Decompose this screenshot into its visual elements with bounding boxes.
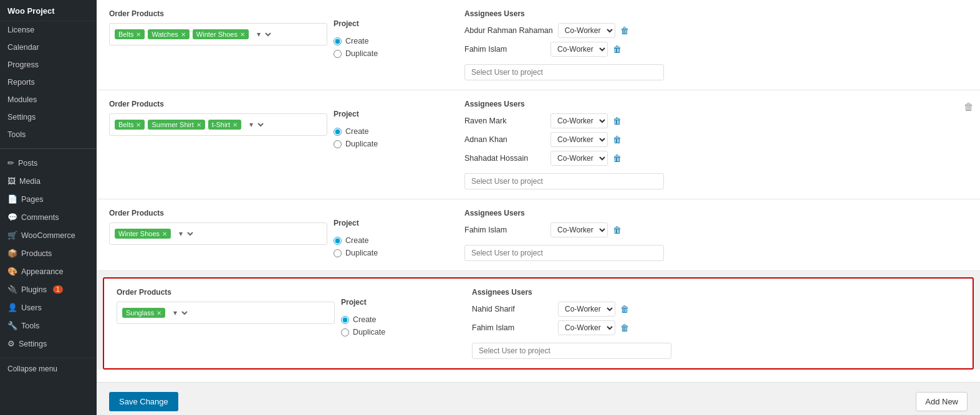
sidebar-item-appearance[interactable]: 🎨 Appearance bbox=[0, 262, 97, 280]
tag-remove-wintershoes-1[interactable]: ✕ bbox=[240, 31, 245, 38]
row4-wrapper: Order Products Sunglass ✕ ▾ Project Crea… bbox=[97, 271, 980, 370]
tag-container-4: Sunglass ✕ ▾ bbox=[117, 302, 335, 324]
save-change-button[interactable]: Save Change bbox=[109, 392, 178, 411]
assignee-role-select-1-2[interactable]: Co-Worker bbox=[550, 42, 608, 57]
sidebar-item-tools[interactable]: 🔧 Tools bbox=[0, 317, 97, 335]
project-duplicate-radio-3[interactable]: Duplicate bbox=[334, 249, 458, 257]
create-radio-input-2[interactable] bbox=[334, 128, 342, 136]
delete-assignee-icon-4-2[interactable]: 🗑 bbox=[620, 323, 629, 333]
project-create-radio-2[interactable]: Create bbox=[334, 127, 458, 136]
select-user-input-3[interactable] bbox=[464, 245, 664, 261]
delete-assignee-icon-2-2[interactable]: 🗑 bbox=[613, 135, 622, 145]
tag-remove-tshirt-2[interactable]: ✕ bbox=[233, 122, 238, 128]
duplicate-radio-input-4[interactable] bbox=[341, 328, 349, 336]
collapse-menu[interactable]: Collapse menu bbox=[0, 358, 97, 379]
select-user-input-4[interactable] bbox=[472, 343, 671, 359]
assignee-role-select-4-2[interactable]: Co-Worker bbox=[558, 320, 615, 335]
assignee-name-4-1: Nahid Sharif bbox=[472, 305, 553, 313]
order-row-1: Order Products Belts ✕ Watches ✕ Winter … bbox=[97, 0, 980, 90]
tag-dropdown-1[interactable]: ▾ bbox=[252, 29, 273, 39]
project-col-1: Project Create Duplicate bbox=[334, 9, 458, 58]
tag-label: Winter Shoes bbox=[118, 230, 160, 237]
assignee-name-2-2: Adnan Khan bbox=[464, 135, 545, 144]
sidebar-item-settings-woo[interactable]: Settings bbox=[0, 108, 97, 126]
tag-container-2: Belts ✕ Summer Shirt ✕ t-Shirt ✕ ▾ bbox=[109, 113, 327, 136]
duplicate-label-1: Duplicate bbox=[345, 49, 378, 58]
duplicate-label-2: Duplicate bbox=[345, 140, 378, 148]
tools-icon: 🔧 bbox=[7, 321, 17, 330]
sidebar-item-users[interactable]: 👤 Users bbox=[0, 298, 97, 317]
project-create-radio-4[interactable]: Create bbox=[341, 315, 466, 324]
tag-label: Belts bbox=[118, 31, 133, 38]
delete-assignee-icon-1-2[interactable]: 🗑 bbox=[613, 44, 622, 54]
delete-assignee-icon-4-1[interactable]: 🗑 bbox=[620, 304, 629, 314]
tag-remove-wintershoes-3[interactable]: ✕ bbox=[162, 231, 167, 237]
delete-assignee-icon-1-1[interactable]: 🗑 bbox=[620, 26, 629, 36]
project-create-radio-3[interactable]: Create bbox=[334, 236, 458, 245]
tag-remove-belts-1[interactable]: ✕ bbox=[136, 31, 141, 38]
sidebar-item-tools-woo[interactable]: Tools bbox=[0, 126, 97, 143]
assignee-role-select-4-1[interactable]: Co-Worker bbox=[558, 302, 615, 317]
products-icon: 📦 bbox=[7, 249, 17, 258]
sidebar-item-label: Products bbox=[21, 249, 52, 258]
delete-assignee-icon-2-3[interactable]: 🗑 bbox=[613, 153, 622, 163]
assignee-name-1-2: Fahim Islam bbox=[464, 45, 545, 54]
sidebar-item-progress[interactable]: Progress bbox=[0, 56, 97, 74]
assignee-role-select-2-3[interactable]: Co-Worker bbox=[550, 151, 608, 166]
sidebar-item-pages[interactable]: 📄 Pages bbox=[0, 190, 97, 208]
sidebar-item-calendar[interactable]: Calendar bbox=[0, 39, 97, 56]
tag-remove-belts-2[interactable]: ✕ bbox=[136, 122, 141, 128]
sidebar-item-label: Modules bbox=[7, 95, 37, 104]
project-create-radio-1[interactable]: Create bbox=[334, 37, 458, 45]
sidebar-item-license[interactable]: License bbox=[0, 21, 97, 39]
select-user-input-2[interactable] bbox=[464, 173, 664, 189]
duplicate-radio-input-3[interactable] bbox=[334, 249, 342, 257]
project-duplicate-radio-2[interactable]: Duplicate bbox=[334, 140, 458, 148]
sidebar-item-plugins[interactable]: 🔌 Plugins 1 bbox=[0, 280, 97, 298]
sidebar-item-media[interactable]: 🖼 Media bbox=[0, 172, 97, 190]
sidebar-top-items: License Calendar Progress Reports Module… bbox=[0, 21, 97, 143]
tag-remove-watches-1[interactable]: ✕ bbox=[181, 31, 186, 38]
order-products-col-1: Order Products Belts ✕ Watches ✕ Winter … bbox=[109, 9, 327, 45]
create-radio-input-3[interactable] bbox=[334, 237, 342, 245]
project-duplicate-radio-4[interactable]: Duplicate bbox=[341, 328, 466, 336]
assignee-row-3-1: Fahim Islam Co-Worker 🗑 bbox=[464, 222, 936, 237]
tag-dropdown-3[interactable]: ▾ bbox=[174, 229, 195, 239]
select-user-input-1[interactable] bbox=[464, 64, 664, 80]
sidebar-item-settings[interactable]: ⚙ Settings bbox=[0, 335, 97, 353]
project-duplicate-radio-1[interactable]: Duplicate bbox=[334, 49, 458, 58]
sidebar-item-modules[interactable]: Modules bbox=[0, 91, 97, 108]
assignee-role-select-2-1[interactable]: Co-Worker bbox=[550, 113, 608, 128]
tag-remove-summershirt-2[interactable]: ✕ bbox=[196, 122, 201, 128]
sidebar-item-posts[interactable]: ✏ Posts bbox=[0, 154, 97, 172]
delete-row-icon-2[interactable]: 🗑 bbox=[964, 102, 974, 113]
tag-label: Watches bbox=[151, 31, 178, 38]
assignees-label-4: Assignees Users bbox=[472, 288, 929, 297]
sidebar-item-woocommerce[interactable]: 🛒 WooCommerce bbox=[0, 226, 97, 244]
tag-belts-2: Belts ✕ bbox=[115, 120, 145, 130]
sidebar-item-label: Settings bbox=[7, 113, 36, 122]
create-label-3: Create bbox=[345, 236, 369, 245]
assignee-role-select-1-1[interactable]: Co-Worker bbox=[558, 23, 615, 38]
sidebar-item-label: Pages bbox=[21, 195, 43, 204]
create-radio-input-1[interactable] bbox=[334, 37, 342, 45]
delete-assignee-icon-3-1[interactable]: 🗑 bbox=[613, 225, 622, 235]
sidebar-item-comments[interactable]: 💬 Comments bbox=[0, 208, 97, 226]
sidebar-item-label: Posts bbox=[18, 159, 37, 168]
tag-dropdown-4[interactable]: ▾ bbox=[168, 308, 190, 318]
create-radio-input-4[interactable] bbox=[341, 316, 349, 324]
assignee-role-select-2-2[interactable]: Co-Worker bbox=[550, 132, 608, 147]
duplicate-radio-input-1[interactable] bbox=[334, 50, 342, 58]
sidebar-item-reports[interactable]: Reports bbox=[0, 74, 97, 91]
tag-remove-sunglass-4[interactable]: ✕ bbox=[156, 310, 161, 317]
assignee-row-2-1: Raven Mark Co-Worker 🗑 bbox=[464, 113, 936, 128]
create-label-1: Create bbox=[345, 37, 369, 45]
delete-assignee-icon-2-1[interactable]: 🗑 bbox=[613, 116, 622, 126]
sidebar-item-products[interactable]: 📦 Products bbox=[0, 244, 97, 262]
tag-dropdown-2[interactable]: ▾ bbox=[244, 120, 266, 130]
duplicate-label-3: Duplicate bbox=[345, 249, 378, 257]
tag-watches-1: Watches ✕ bbox=[148, 29, 189, 39]
add-new-button[interactable]: Add New bbox=[916, 392, 968, 411]
assignee-role-select-3-1[interactable]: Co-Worker bbox=[550, 222, 608, 237]
duplicate-radio-input-2[interactable] bbox=[334, 140, 342, 148]
